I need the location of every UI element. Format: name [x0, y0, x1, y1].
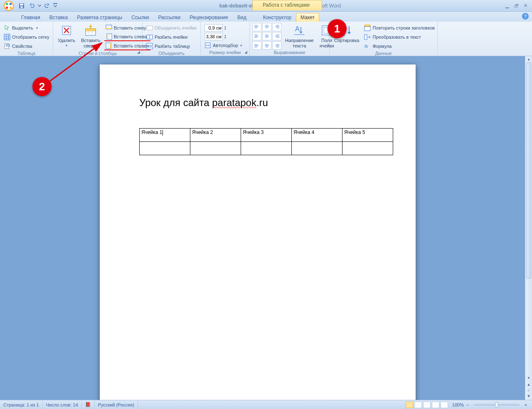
- svg-rect-32: [365, 25, 370, 27]
- table-cell[interactable]: [190, 142, 241, 155]
- document-table[interactable]: Ячейка 1 Ячейка 2 Ячейка 3 Ячейка 4 Ячей…: [139, 128, 393, 155]
- autofit-button[interactable]: Автоподбор ▼: [203, 41, 244, 50]
- align-bl[interactable]: [252, 41, 261, 50]
- document-heading[interactable]: Урок для сайта paratapok.ru: [139, 97, 268, 109]
- tab-review[interactable]: Рецензирование: [185, 13, 233, 22]
- size-dialog-launcher[interactable]: ◢: [243, 50, 248, 55]
- view-outline[interactable]: [432, 402, 439, 408]
- height-stepper[interactable]: ▲▼: [224, 25, 227, 30]
- table-cell[interactable]: Ячейка 3: [241, 129, 292, 142]
- office-button[interactable]: [1, 0, 17, 12]
- view-draft[interactable]: [441, 402, 448, 408]
- group-table: Выделить ▼ Отобразить сетку Свойства Таб…: [0, 22, 53, 56]
- tab-references[interactable]: Ссылки: [127, 13, 153, 22]
- col-width-spinner[interactable]: ▲▼: [203, 32, 244, 41]
- select-button[interactable]: Выделить ▼: [2, 24, 51, 32]
- document-area: Урок для сайта paratapok.ru Ячейка 1 Яче…: [0, 56, 532, 400]
- svg-rect-3: [20, 4, 23, 5]
- table-row[interactable]: [140, 142, 393, 155]
- autofit-icon: [204, 42, 211, 49]
- browse-object-button[interactable]: ○: [525, 387, 532, 393]
- text-direction-icon: A: [293, 24, 306, 37]
- undo-dropdown[interactable]: [37, 2, 42, 10]
- text-direction-button[interactable]: A Направление текста: [283, 23, 316, 48]
- align-tc[interactable]: [262, 23, 271, 31]
- ribbon-tabs: Главная Вставка Разметка страницы Ссылки…: [0, 12, 532, 22]
- view-fullscreen[interactable]: [414, 402, 422, 408]
- zoom-value[interactable]: 100%: [452, 402, 464, 407]
- align-bc[interactable]: [262, 41, 271, 50]
- restore-button[interactable]: 🗗: [512, 2, 520, 9]
- tab-design[interactable]: Конструктор: [259, 13, 296, 22]
- zoom-thumb[interactable]: [495, 402, 498, 407]
- zoom-slider[interactable]: [474, 404, 520, 406]
- tab-layout[interactable]: Разметка страницы: [72, 13, 127, 22]
- row-height-input[interactable]: [204, 24, 223, 32]
- svg-rect-8: [6, 45, 10, 46]
- zoom-out-button[interactable]: −: [465, 402, 470, 408]
- svg-rect-34: [365, 35, 367, 40]
- prev-page-button[interactable]: ▲: [525, 382, 532, 387]
- svg-text:fx: fx: [365, 44, 368, 49]
- status-proofing[interactable]: 📕: [82, 400, 95, 409]
- align-ml[interactable]: [252, 32, 261, 40]
- formula-button[interactable]: fxФормула: [363, 42, 436, 50]
- close-button[interactable]: ✕: [521, 2, 530, 9]
- width-stepper[interactable]: ▲▼: [224, 34, 227, 39]
- view-print[interactable]: [406, 402, 413, 408]
- table-cell[interactable]: [292, 142, 342, 155]
- properties-button[interactable]: Свойства: [2, 42, 51, 50]
- minimize-button[interactable]: ▁: [503, 2, 511, 9]
- vertical-scrollbar[interactable]: ▲ ▼ ▲ ○ ▼: [525, 56, 532, 400]
- table-cell[interactable]: Ячейка 4: [292, 129, 342, 142]
- help-button[interactable]: ?: [522, 13, 529, 20]
- next-page-button[interactable]: ▼: [525, 393, 532, 399]
- svg-rect-11: [86, 29, 96, 31]
- zoom-in-button[interactable]: +: [523, 402, 529, 408]
- convert-text-button[interactable]: Преобразовать в текст: [363, 33, 436, 41]
- status-bar: Страница: 1 из 1 Число слов: 14 📕 Русски…: [0, 400, 532, 409]
- row-height-spinner[interactable]: ▲▼: [203, 24, 244, 32]
- convert-icon: [364, 34, 371, 40]
- repeat-header-button[interactable]: Повторить строки заголовков: [363, 24, 436, 32]
- svg-rect-5: [53, 3, 57, 4]
- table-cell[interactable]: [241, 142, 292, 155]
- scroll-thumb[interactable]: [526, 62, 531, 279]
- table-cell[interactable]: Ячейка 5: [342, 129, 393, 142]
- status-language[interactable]: Русский (Россия): [95, 400, 138, 409]
- svg-rect-33: [365, 27, 370, 31]
- redo-button[interactable]: [43, 2, 52, 10]
- split-table-button[interactable]: Разбить таблицу: [145, 42, 198, 50]
- status-words[interactable]: Число слов: 14: [43, 400, 82, 409]
- qat-customize[interactable]: [53, 2, 57, 10]
- scroll-up[interactable]: ▲: [525, 56, 532, 62]
- tab-table-layout[interactable]: Макет: [296, 13, 319, 22]
- tab-home[interactable]: Главная: [17, 13, 45, 22]
- split-cells-button[interactable]: Разбить ячейки: [145, 33, 198, 41]
- table-row[interactable]: Ячейка 1 Ячейка 2 Ячейка 3 Ячейка 4 Ячей…: [140, 129, 393, 142]
- col-width-input[interactable]: [204, 33, 223, 40]
- scroll-down[interactable]: ▼: [525, 375, 532, 381]
- tab-insert[interactable]: Вставка: [45, 13, 73, 22]
- group-merge-label: Объединить: [145, 50, 198, 57]
- status-page[interactable]: Страница: 1 из 1: [0, 400, 43, 409]
- align-mc[interactable]: [262, 32, 271, 40]
- align-tr[interactable]: [272, 23, 281, 31]
- table-cell[interactable]: Ячейка 2: [190, 129, 241, 142]
- align-mr[interactable]: [272, 32, 281, 40]
- rows-dialog-launcher[interactable]: ◢: [136, 50, 141, 55]
- tab-view[interactable]: Вид: [233, 13, 251, 22]
- view-web[interactable]: [423, 402, 431, 408]
- table-cell[interactable]: [140, 142, 190, 155]
- table-cell[interactable]: Ячейка 1: [140, 129, 190, 142]
- align-br[interactable]: [272, 41, 281, 50]
- save-button[interactable]: [17, 2, 26, 10]
- window-controls: ▁ 🗗 ✕: [503, 2, 530, 9]
- svg-text:A: A: [295, 25, 300, 32]
- undo-button[interactable]: [27, 2, 36, 10]
- page[interactable]: Урок для сайта paratapok.ru Ячейка 1 Яче…: [100, 64, 416, 400]
- view-gridlines-button[interactable]: Отобразить сетку: [2, 33, 51, 41]
- table-cell[interactable]: [342, 142, 393, 155]
- align-tl[interactable]: [252, 23, 261, 31]
- tab-mailings[interactable]: Рассылки: [153, 13, 185, 22]
